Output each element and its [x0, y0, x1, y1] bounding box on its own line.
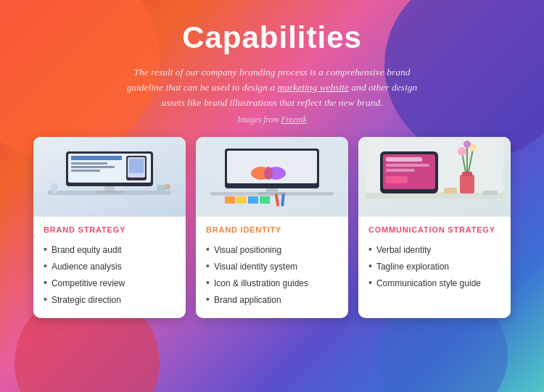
svg-rect-13 — [157, 185, 165, 192]
list-item: Visual identity system — [206, 258, 338, 275]
svg-rect-35 — [386, 169, 415, 172]
svg-rect-11 — [129, 159, 144, 173]
card-category-brand-strategy: BRAND STRATEGY — [44, 225, 176, 234]
svg-rect-12 — [51, 183, 57, 193]
svg-rect-25 — [248, 196, 258, 204]
svg-rect-45 — [444, 188, 457, 193]
list-item: Verbal identity — [368, 241, 500, 258]
svg-rect-6 — [71, 162, 107, 164]
card-body-communication-strategy: COMMUNICATION STRATEGY Verbal identity T… — [358, 217, 511, 318]
card-list-brand-identity: Visual positioning Visual identity syste… — [206, 241, 338, 308]
svg-rect-38 — [462, 172, 472, 176]
svg-rect-5 — [71, 156, 122, 160]
svg-rect-36 — [386, 176, 408, 183]
cards-container: BRAND STRATEGY Brand equity audit Audien… — [22, 137, 522, 318]
page-title: Capabilities — [182, 20, 362, 55]
card-image-communication-strategy — [358, 137, 511, 217]
svg-point-42 — [458, 147, 466, 156]
svg-rect-46 — [483, 191, 498, 195]
main-content: Capabilities The result of our company b… — [0, 0, 544, 333]
card-body-brand-strategy: BRAND STRATEGY Brand equity audit Audien… — [33, 217, 186, 318]
svg-point-44 — [463, 141, 471, 148]
card-category-brand-identity: BRAND IDENTITY — [206, 225, 338, 234]
card-image-brand-strategy — [33, 137, 186, 217]
svg-rect-24 — [236, 196, 247, 204]
list-item: Icon & illustration guides — [206, 275, 338, 291]
card-brand-identity: BRAND IDENTITY Visual positioning Visual… — [196, 137, 348, 318]
svg-rect-23 — [225, 196, 235, 204]
list-item: Brand equity audit — [44, 241, 176, 258]
list-item: Tagline exploration — [368, 258, 500, 275]
image-credit: Images from Freepik — [237, 115, 307, 124]
svg-point-22 — [264, 167, 273, 180]
svg-point-14 — [165, 184, 170, 190]
list-item: Communication style guide — [368, 275, 500, 291]
list-item: Visual positioning — [206, 241, 338, 258]
card-brand-strategy: BRAND STRATEGY Brand equity audit Audien… — [33, 137, 186, 318]
freepik-link[interactable]: Freepik — [281, 115, 306, 124]
mockup-brand-identity — [196, 137, 348, 217]
card-list-brand-strategy: Brand equity audit Audience analysis Com… — [44, 241, 176, 308]
card-list-communication-strategy: Verbal identity Tagline exploration Comm… — [368, 241, 500, 291]
image-credit-prefix: Images from — [237, 115, 281, 124]
mockup-brand-strategy — [33, 137, 186, 217]
list-item: Competitive review — [44, 275, 176, 291]
svg-rect-33 — [386, 157, 422, 162]
svg-rect-29 — [366, 193, 503, 199]
card-communication-strategy: COMMUNICATION STRATEGY Verbal identity T… — [358, 137, 511, 318]
subtitle: The result of our company branding proce… — [120, 65, 424, 111]
card-body-brand-identity: BRAND IDENTITY Visual positioning Visual… — [196, 217, 348, 318]
marketing-website-link[interactable]: marketing website — [277, 82, 349, 93]
card-category-communication-strategy: COMMUNICATION STRATEGY — [368, 225, 500, 234]
list-item: Audience analysis — [44, 258, 176, 275]
svg-rect-2 — [97, 191, 122, 193]
card-image-brand-identity — [196, 137, 348, 217]
list-item: Brand application — [206, 291, 338, 308]
svg-rect-37 — [460, 175, 474, 193]
mockup-communication-strategy — [358, 137, 511, 217]
svg-rect-8 — [71, 170, 100, 172]
list-item: Strategic direction — [44, 291, 176, 308]
svg-rect-26 — [260, 196, 270, 204]
svg-rect-17 — [258, 192, 286, 195]
svg-rect-34 — [386, 164, 429, 167]
svg-rect-7 — [71, 166, 115, 168]
